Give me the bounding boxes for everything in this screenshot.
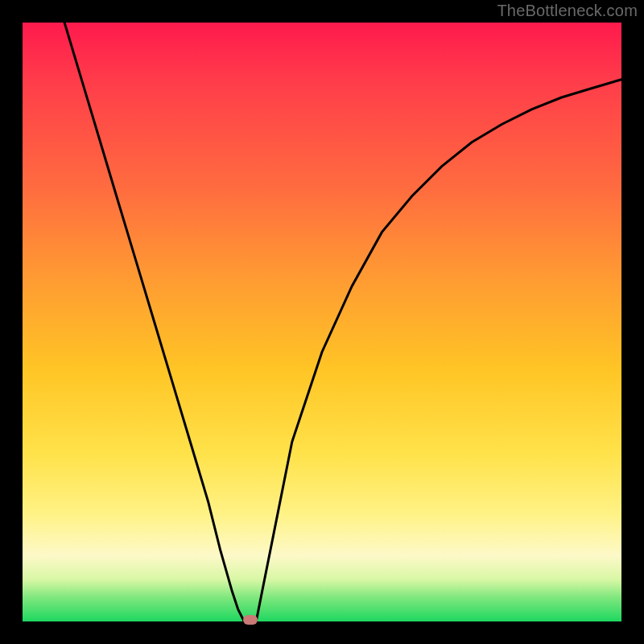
bottleneck-curve — [23, 23, 621, 621]
curve-left-branch — [64, 23, 244, 621]
chart-frame: TheBottleneck.com — [0, 0, 644, 644]
plot-area — [23, 23, 621, 621]
curve-right-branch — [256, 80, 621, 621]
watermark-text: TheBottleneck.com — [497, 2, 638, 20]
optimum-marker — [243, 615, 258, 625]
